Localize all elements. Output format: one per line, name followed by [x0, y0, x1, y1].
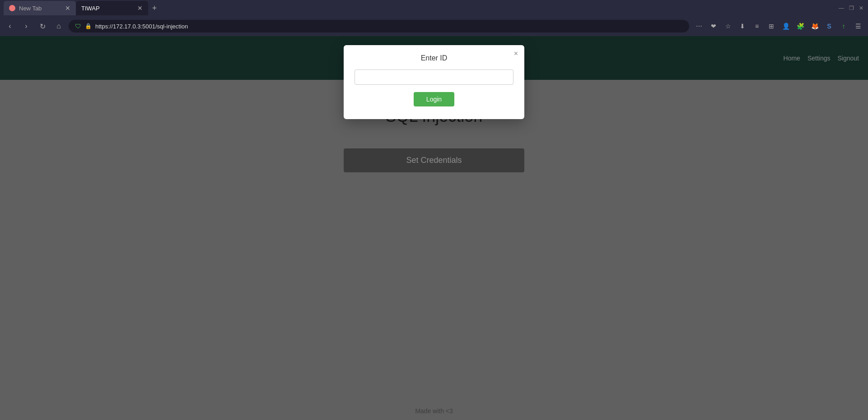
minimize-button[interactable]: — — [838, 5, 845, 11]
browser-chrome: New Tab ✕ TIWAP ✕ + — ❐ ✕ ‹ › ↻ ⌂ 🛡 🔒 ht… — [0, 0, 868, 36]
tab-label-newtab: New Tab — [19, 5, 42, 12]
shield-icon: 🛡 — [75, 23, 81, 30]
address-bar[interactable]: 🛡 🔒 https://172.17.0.3:5001/sql-injectio… — [69, 20, 689, 32]
tab-favicon-newtab — [9, 5, 15, 11]
modal-id-input[interactable] — [355, 69, 513, 85]
page-content: To…ect Home Settings Signout SQL Injecti… — [0, 36, 868, 420]
close-button[interactable]: ✕ — [858, 5, 864, 11]
toolbar-right: ⋯ ❤ ☆ ⬇ ≡ ⊞ 👤 🧩 🦊 S ↑ ☰ — [693, 20, 864, 32]
modal-overlay: × Enter ID Login — [0, 36, 868, 420]
sync-icon[interactable]: S — [823, 20, 835, 32]
tab-new-tab[interactable]: New Tab ✕ — [4, 1, 76, 15]
firefox-icon[interactable]: 🦊 — [808, 20, 821, 32]
extensions-button[interactable]: ⋯ — [693, 20, 705, 32]
star-icon[interactable]: ☆ — [722, 20, 734, 32]
profile-icon[interactable]: 👤 — [779, 20, 792, 32]
library-icon[interactable]: ≡ — [751, 20, 763, 32]
back-button[interactable]: ‹ — [4, 20, 16, 32]
menu-button[interactable]: ☰ — [852, 20, 864, 32]
modal-title: Enter ID — [355, 54, 513, 62]
tab-bar: New Tab ✕ TIWAP ✕ + — ❐ ✕ — [0, 0, 868, 16]
pocket-icon[interactable]: ❤ — [707, 20, 720, 32]
modal-login-button[interactable]: Login — [414, 92, 454, 106]
home-button[interactable]: ⌂ — [52, 20, 65, 32]
tab-close-tiwap[interactable]: ✕ — [137, 5, 143, 12]
new-tab-icon: + — [152, 4, 157, 13]
forward-button[interactable]: › — [20, 20, 33, 32]
modal-close-button[interactable]: × — [514, 50, 518, 58]
tab-label-tiwap: TIWAP — [81, 5, 100, 12]
update-icon[interactable]: ↑ — [837, 20, 850, 32]
lock-icon: 🔒 — [85, 23, 92, 29]
tab-close-newtab[interactable]: ✕ — [65, 5, 70, 12]
restore-button[interactable]: ❐ — [848, 5, 854, 11]
tab-tiwap[interactable]: TIWAP ✕ — [76, 1, 148, 15]
download-icon[interactable]: ⬇ — [736, 20, 749, 32]
refresh-button[interactable]: ↻ — [36, 20, 49, 32]
addons-icon[interactable]: 🧩 — [794, 20, 807, 32]
new-tab-button[interactable]: + — [148, 2, 161, 14]
window-controls: — ❐ ✕ — [838, 5, 864, 11]
modal-dialog: × Enter ID Login — [344, 45, 524, 119]
url-text: https://172.17.0.3:5001/sql-injection — [95, 23, 188, 30]
address-bar-row: ‹ › ↻ ⌂ 🛡 🔒 https://172.17.0.3:5001/sql-… — [0, 16, 868, 36]
layout-icon[interactable]: ⊞ — [765, 20, 778, 32]
